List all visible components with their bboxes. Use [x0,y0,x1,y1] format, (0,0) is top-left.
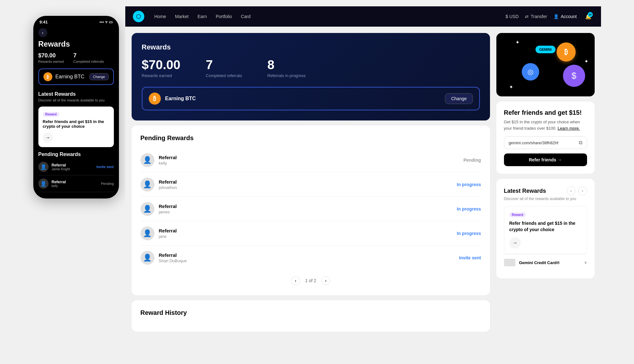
notification-badge: 10 [588,12,593,17]
completed-referrals-stat: 7 Completed referrals [206,58,242,78]
phone-status-icons: ▪▪▪ ▿ ▭ [100,20,113,24]
phone-pending-section: Pending Rewards 👤 Referral Jamie Knight … [38,152,114,192]
status-badge: Pending [101,182,114,185]
nav-right: $ USD ⇄ Transfer 👤 Account 🔔 10 [506,11,593,22]
phone-btc-icon: ₿ [43,72,52,81]
phone-latest-rewards-title: Latest Rewards [38,91,114,97]
status-badge: In progress [457,182,481,187]
notifications-button[interactable]: 🔔 10 [583,11,593,22]
refer-friends-button[interactable]: Refer friends → [504,153,587,166]
learn-more-link[interactable]: Learn more. [558,126,580,131]
next-reward-button[interactable]: › [578,186,587,195]
copy-icon[interactable]: ⧉ [579,140,582,146]
pending-rewards-title: Pending Rewards [141,134,481,142]
completed-label: Completed referrals [206,73,242,78]
list-item: 👤 Referral Jamie Knight Invite sent [38,159,114,175]
earning-label: Earning BTC [165,96,196,101]
phone-reward-arrow-button[interactable]: → [43,133,53,143]
battery-icon: ▭ [109,20,113,24]
completed-count: 7 [206,58,242,72]
status-badge: In progress [457,231,481,236]
rewards-hero: Rewards $70.00 Rewards earned 7 Complete… [132,33,490,120]
change-button[interactable]: Change [445,93,473,104]
nav-links: Home Market Earn Portfolio Card [154,13,495,20]
avatar: 👤 [141,202,154,216]
page-info: 1 of 2 [305,278,316,283]
avatar: 👤 [141,153,154,167]
phone-change-button[interactable]: Change [89,73,109,80]
reward-arrow-button[interactable]: → [509,237,521,249]
prev-reward-button[interactable]: ‹ [567,186,576,195]
content-area: Rewards $70.00 Rewards earned 7 Complete… [125,27,601,338]
nav-link-portfolio[interactable]: Portfolio [216,13,232,20]
phone-page-title: Rewards [38,40,114,49]
credit-card-item: Gemini Credit Card® ∨ [504,254,587,271]
table-row: 👤 Referral jane In progress [141,221,481,246]
phone-status-bar: 9:41 ▪▪▪ ▿ ▭ [33,16,119,26]
avatar: 👤 [141,178,154,192]
status-badge: Invite sent [459,255,481,260]
btc-coin-illustration: ₿ [557,42,576,62]
signal-icon: ▪▪▪ [100,20,104,24]
phone-earning-box: ₿ Earning BTC Change [38,68,114,85]
avatar: 👤 [141,226,154,240]
phone-content: Rewards $70.00 Rewards earned 7 Complete… [33,40,119,198]
latest-rewards-title: Latest Rewards [504,188,546,194]
chevron-down-icon: ∨ [584,260,587,265]
phone-reward-card: Reward Refer friends and get $15 in the … [38,107,114,147]
carousel-nav: ‹ › [567,186,587,195]
logo[interactable]: ⬡ [133,11,144,22]
prev-page-button[interactable]: ‹ [291,276,300,285]
nav-link-card[interactable]: Card [241,13,251,20]
in-progress-stat: 8 Referrals in progress [267,58,306,78]
earning-box: ₿ Earning BTC Change [142,87,480,110]
phone-completed-referrals: 7 Completed referrals [73,52,104,63]
rewards-amount-label: Rewards earned [142,73,180,78]
phone-mockup: 9:41 ▪▪▪ ▿ ▭ ‹ Rewards $70.00 Rewards ea… [33,16,119,198]
btc-icon: ₿ [149,93,161,105]
table-row: 👤 Referral kelly Pending [141,148,481,172]
phone-time: 9:41 [40,20,48,24]
latest-reward-item: Reward Refer friends and get $15 in the … [504,206,587,254]
status-badge: Invite sent [96,165,114,169]
wifi-icon: ▿ [105,20,108,24]
list-item: 👤 Referral kelly Pending [38,175,114,192]
latest-rewards-header: Latest Rewards ‹ › [504,186,587,195]
reward-badge: Reward [509,212,526,217]
main-panel: Rewards $70.00 Rewards earned 7 Complete… [132,33,490,332]
sparkle-icon: ✦ [584,58,588,64]
credit-card-name: Gemini Credit Card® [519,260,560,265]
table-row: 👤 Referral Shari DuBuque Invite sent [141,246,481,270]
phone-reward-badge: Reward [43,112,59,117]
in-progress-label: Referrals in progress [267,73,306,78]
account-button[interactable]: 👤 Account [553,14,577,19]
earning-left: ₿ Earning BTC [149,93,196,105]
refer-title: Refer friends and get $15! [504,109,587,116]
gemini-badge: GEMINI [535,46,555,53]
avatar: 👤 [38,179,49,189]
blue-coin-illustration: ◎ [522,63,539,81]
phone-earning-label: Earning BTC [56,74,85,80]
rewards-hero-title: Rewards [142,43,480,51]
rewards-stats: $70.00 Rewards earned 7 Completed referr… [142,58,480,78]
sparkle-icon: ✦ [515,39,520,45]
refer-card: Refer friends and get $15! Get $15 in th… [496,101,595,174]
next-page-button[interactable]: › [321,276,330,285]
promo-card: GEMINI ₿ ◎ $ ✦ ✦ ✦ [496,33,595,96]
pending-rewards-card: Pending Rewards 👤 Referral kelly Pending [132,126,490,295]
refer-desc: Get $15 in the crypto of your choice whe… [504,119,587,131]
status-badge: Pending [463,158,481,163]
nav-link-earn[interactable]: Earn [198,13,207,20]
phone-stats: $70.00 Rewards earned 7 Completed referr… [38,52,114,63]
nav-link-home[interactable]: Home [154,13,166,20]
phone-rewards-earned: $70.00 Rewards earned [38,52,64,63]
pagination: ‹ 1 of 2 › [141,270,481,286]
transfer-button[interactable]: ⇄ Transfer [525,14,547,19]
desktop-main: ⬡ Home Market Earn Portfolio Card $ USD … [125,6,601,338]
latest-rewards-card: Latest Rewards ‹ › Discover all of the r… [496,179,595,278]
nav-link-market[interactable]: Market [175,13,189,20]
avatar: 👤 [141,251,154,265]
referral-list: 👤 Referral kelly Pending 👤 Refe [141,148,481,270]
currency-selector[interactable]: $ USD [506,14,519,19]
phone-back-button[interactable]: ‹ [38,28,47,37]
